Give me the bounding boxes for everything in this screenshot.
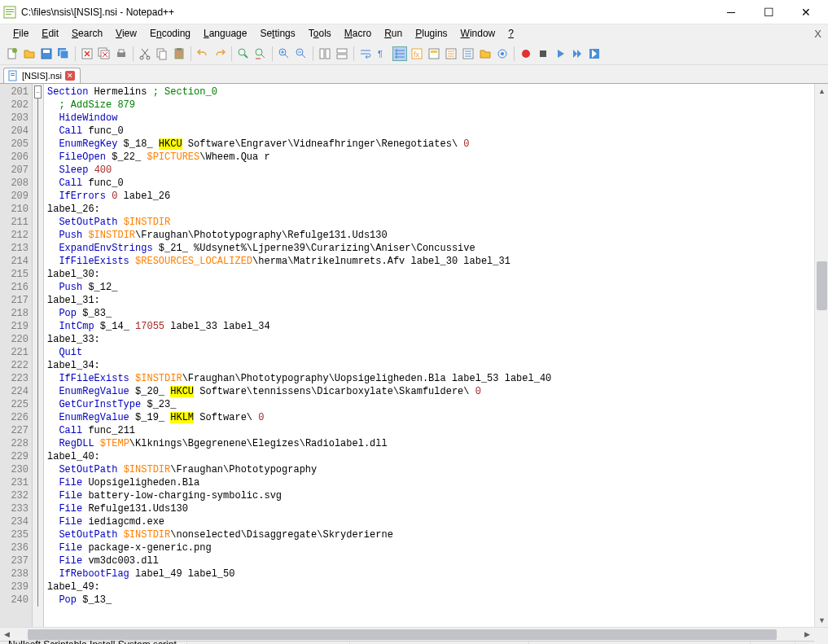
svg-rect-20 xyxy=(177,48,182,50)
playfast-icon[interactable] xyxy=(570,46,585,61)
paste-icon[interactable] xyxy=(172,46,186,61)
redo-icon[interactable] xyxy=(212,46,227,61)
line-number-gutter: 2012022032042052062072082092102112122132… xyxy=(0,84,33,627)
menu-tools[interactable]: Tools xyxy=(302,26,338,41)
minimize-button[interactable]: ─ xyxy=(712,0,750,24)
file-icon xyxy=(7,70,19,81)
zoom-in-icon[interactable] xyxy=(277,46,291,61)
app-icon xyxy=(3,6,16,19)
scroll-up-arrow[interactable]: ▲ xyxy=(815,84,828,98)
save-icon[interactable] xyxy=(39,46,54,61)
menu-view[interactable]: View xyxy=(109,26,143,41)
svg-rect-43 xyxy=(11,75,15,76)
svg-rect-7 xyxy=(43,50,50,53)
record-icon[interactable] xyxy=(519,46,533,61)
tab-bar: [NSIS].nsi ✕ xyxy=(0,65,828,83)
hscroll-thumb[interactable] xyxy=(28,629,777,640)
tab-label: [NSIS].nsi xyxy=(22,71,62,81)
svg-rect-32 xyxy=(429,49,439,59)
scroll-left-arrow[interactable]: ◀ xyxy=(0,628,14,642)
toolbar: ¶ fx xyxy=(0,42,828,65)
svg-rect-42 xyxy=(11,73,15,74)
func-list-icon[interactable] xyxy=(461,46,475,61)
svg-rect-33 xyxy=(431,50,437,53)
doc-map-icon[interactable] xyxy=(427,46,441,61)
print-icon[interactable] xyxy=(114,46,129,61)
scroll-right-arrow[interactable]: ▶ xyxy=(800,628,814,642)
menu-search[interactable]: Search xyxy=(65,26,109,41)
menubar-close-x[interactable]: X xyxy=(814,28,821,40)
svg-rect-14 xyxy=(119,50,124,53)
find-icon[interactable] xyxy=(236,46,251,61)
stop-icon[interactable] xyxy=(536,46,550,61)
allchars-icon[interactable]: ¶ xyxy=(375,46,390,61)
copy-icon[interactable] xyxy=(155,46,169,61)
window-title: C:\files\nsis\[NSIS].nsi - Notepad++ xyxy=(21,7,712,18)
menu-help[interactable]: ? xyxy=(502,26,520,41)
horizontal-scrollbar[interactable]: ◀ ▶ xyxy=(0,627,828,641)
cut-icon[interactable] xyxy=(138,46,152,61)
vertical-scrollbar[interactable]: ▲ ▼ xyxy=(814,84,828,627)
close-file-icon[interactable] xyxy=(80,46,94,61)
svg-rect-2 xyxy=(6,11,14,12)
svg-point-38 xyxy=(522,50,530,58)
tab-active[interactable]: [NSIS].nsi ✕ xyxy=(3,68,81,83)
lang-icon[interactable]: fx xyxy=(410,46,424,61)
status-bar: Nullsoft Scriptable Install System scrip… xyxy=(0,641,828,644)
svg-rect-39 xyxy=(540,50,546,57)
editor-area: 2012022032042052062072082092102112122132… xyxy=(0,83,828,627)
sync-v-icon[interactable] xyxy=(318,46,332,61)
fold-column[interactable]: − xyxy=(33,84,44,627)
menu-edit[interactable]: Edit xyxy=(35,26,65,41)
close-button[interactable]: ✕ xyxy=(787,0,825,24)
wordwrap-icon[interactable] xyxy=(358,46,373,61)
scroll-thumb[interactable] xyxy=(817,261,827,310)
undo-icon[interactable] xyxy=(195,46,210,61)
svg-point-21 xyxy=(239,49,245,55)
replace-icon[interactable] xyxy=(253,46,268,61)
svg-rect-1 xyxy=(6,9,14,10)
title-bar: C:\files\nsis\[NSIS].nsi - Notepad++ ─ ☐… xyxy=(0,0,828,24)
svg-text:¶: ¶ xyxy=(378,49,383,59)
menu-window[interactable]: Window xyxy=(454,26,502,41)
sync-h-icon[interactable] xyxy=(335,46,349,61)
menu-macro[interactable]: Macro xyxy=(338,26,378,41)
svg-rect-9 xyxy=(60,50,68,59)
svg-point-5 xyxy=(12,48,17,53)
svg-point-37 xyxy=(501,52,504,55)
indent-guide-icon[interactable] xyxy=(392,46,407,61)
window-controls: ─ ☐ ✕ xyxy=(712,0,825,24)
save-all-icon[interactable] xyxy=(56,46,71,61)
menu-language[interactable]: Language xyxy=(197,26,253,41)
svg-rect-3 xyxy=(6,14,11,15)
savemacro-icon[interactable] xyxy=(587,46,602,61)
svg-rect-25 xyxy=(320,49,324,59)
maximize-button[interactable]: ☐ xyxy=(750,0,787,24)
monitor-icon[interactable] xyxy=(495,46,510,61)
menu-settings[interactable]: Settings xyxy=(253,26,301,41)
svg-rect-27 xyxy=(337,49,347,53)
menu-run[interactable]: Run xyxy=(378,26,409,41)
close-all-icon[interactable] xyxy=(97,46,112,61)
svg-text:fx: fx xyxy=(414,50,420,59)
menu-bar: File Edit Search View Encoding Language … xyxy=(0,24,828,42)
folder-icon[interactable] xyxy=(478,46,493,61)
menu-file[interactable]: File xyxy=(7,26,35,41)
menu-encoding[interactable]: Encoding xyxy=(143,26,197,41)
play-icon[interactable] xyxy=(553,46,567,61)
menu-plugins[interactable]: Plugins xyxy=(409,26,453,41)
svg-rect-18 xyxy=(160,51,166,59)
tab-close-icon[interactable]: ✕ xyxy=(65,71,75,81)
scroll-down-arrow[interactable]: ▼ xyxy=(815,613,828,627)
svg-rect-26 xyxy=(326,49,330,59)
doc-list-icon[interactable] xyxy=(444,46,458,61)
svg-rect-28 xyxy=(337,55,347,59)
new-file-icon[interactable] xyxy=(5,46,20,61)
open-file-icon[interactable] xyxy=(22,46,37,61)
code-editor[interactable]: Section Hermelins ; Section_0 ; AddSize … xyxy=(44,84,814,627)
zoom-out-icon[interactable] xyxy=(294,46,309,61)
svg-point-22 xyxy=(256,49,262,55)
